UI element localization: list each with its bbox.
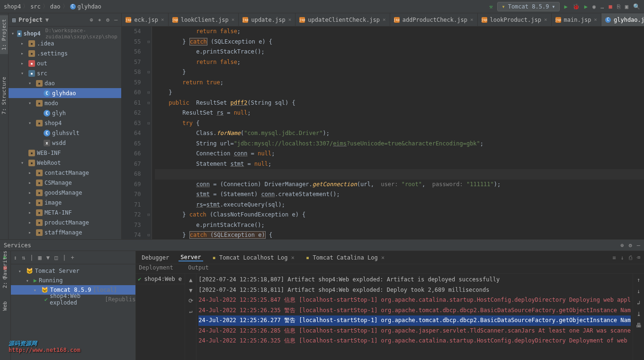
close-icon[interactable]: × <box>544 17 547 23</box>
tree-item[interactable]: Cgluhsvlt <box>9 128 121 138</box>
up-icon[interactable]: ↑ <box>637 277 640 283</box>
hammer-icon[interactable]: ⚒ <box>489 3 492 10</box>
service-tree-item[interactable]: 🐱 Tomcat Server <box>11 266 136 276</box>
run-config-select[interactable]: ▾Tomcat 8.5.9▾ <box>497 2 559 11</box>
profile-icon[interactable]: ◉ <box>592 3 596 10</box>
tree-item[interactable]: ▪goodsManage <box>9 188 121 198</box>
down-icon[interactable]: ▼ <box>189 287 192 294</box>
hide-icon[interactable]: — <box>114 17 117 23</box>
tree-item[interactable]: ▪dao <box>9 78 121 88</box>
tree-item[interactable]: Cglyh <box>9 108 121 118</box>
layout-icon[interactable]: ▣ <box>625 3 628 10</box>
editor-tab[interactable]: jsplookProduct.jsp× <box>478 13 552 27</box>
project-icon: ▤ <box>12 17 16 23</box>
debug-icon[interactable]: 🐞 <box>572 3 580 10</box>
editor-tab[interactable]: jspmain.jsp× <box>552 13 601 27</box>
services-panel: Services ⊕ ⚙ — ▶ ■ ⟳ ↕ ⇅ | ▦ ▼ ◫ | + 🐱 T… <box>0 239 644 360</box>
project-tool-tab[interactable]: 1: Project <box>0 15 8 54</box>
console-output[interactable]: [2022-07-24 12:25:18,807] Artifact shop4… <box>197 274 633 360</box>
tree-item[interactable]: ▪.idea <box>9 38 121 48</box>
editor-tab[interactable]: jspupdate.jsp× <box>239 13 295 27</box>
hide-icon[interactable]: — <box>637 242 640 249</box>
project-title: Project <box>18 17 43 23</box>
print-icon[interactable]: ⎙ <box>629 254 632 261</box>
code-editor[interactable]: ▲ 19 ▲ 2 ✔ 9 ^ ˅ 54555657585960616263646… <box>122 27 644 239</box>
git-icon[interactable]: ⎘ <box>617 3 620 10</box>
close-icon[interactable]: × <box>594 17 597 23</box>
gear-icon[interactable]: ⚙ <box>106 17 109 23</box>
tree-root[interactable]: ▪ shop4 D:\workspace-zuidaima\sxzp\sxzp\… <box>9 28 121 38</box>
close-icon[interactable]: × <box>470 17 474 23</box>
service-tab[interactable]: Debugger <box>140 254 171 261</box>
locate-icon[interactable]: ⊕ <box>90 17 93 23</box>
editor-tab[interactable]: jspupdateClientCheck.jsp× <box>295 13 390 27</box>
close-icon[interactable]: × <box>288 17 292 23</box>
service-tab[interactable]: Server <box>179 254 203 261</box>
editor-tab[interactable]: jspaddProductCheck.jsp× <box>390 13 478 27</box>
grid-icon[interactable]: ▦ <box>38 254 41 261</box>
services-title: Services <box>4 242 31 249</box>
tree-item[interactable]: ▪WEB-INF <box>9 148 121 158</box>
up-icon[interactable]: ▲ <box>189 277 192 283</box>
bookmark-icon[interactable]: ◫ <box>54 254 58 261</box>
scroll-icon[interactable]: ⤓ <box>636 311 641 317</box>
stop-icon[interactable]: ■ <box>609 3 612 10</box>
favorites-tool-tab[interactable]: 2: Favorites <box>1 249 9 290</box>
project-panel: ▤ Project ▼ ⊕ ✶ ⚙ — ▪ shop4 D:\workspace… <box>9 13 122 239</box>
deployment-header: Deployment <box>136 264 185 273</box>
attach-icon[interactable]: … <box>600 3 604 10</box>
toggle-soft-wrap-icon[interactable]: ≡ <box>612 254 616 261</box>
coverage-icon[interactable]: ▶ <box>584 3 588 10</box>
service-tab[interactable]: ▪ Tomcat Localhost Log × <box>211 254 296 261</box>
clear-icon[interactable]: ⌫ <box>637 254 640 261</box>
close-icon[interactable]: × <box>232 17 235 23</box>
breadcrumb[interactable]: shop4〉 src〉 dao〉 C glyhdao <box>4 2 101 10</box>
editor-tab[interactable]: jsplookClient.jsp× <box>169 13 239 27</box>
class-icon: C <box>70 4 76 9</box>
editor-tab[interactable]: jspeck.jsp× <box>122 13 168 27</box>
tree-item[interactable]: ▪WebRoot <box>9 158 121 168</box>
tree-item[interactable]: ▪out <box>9 58 121 68</box>
close-icon[interactable]: × <box>161 17 164 23</box>
tree-item[interactable]: ▪productManage <box>9 217 121 227</box>
service-tab[interactable]: ▪ Tomcat Catalina Log × <box>304 254 386 261</box>
editor-tabs[interactable]: jspeck.jsp×jsplookClient.jsp×jspupdate.j… <box>122 13 644 27</box>
refresh-icon[interactable]: ⟳ <box>188 297 193 304</box>
expand-icon[interactable]: ✶ <box>98 17 101 23</box>
close-icon[interactable]: × <box>383 17 386 23</box>
tree-item[interactable]: ▪src <box>9 68 121 78</box>
tree-expand-icon[interactable]: ↕ <box>14 254 17 261</box>
tree-item[interactable]: ▪modo <box>9 98 121 108</box>
web-tool-tab[interactable]: Web <box>1 299 9 313</box>
tree-item[interactable]: ▪shop4 <box>9 118 121 128</box>
tree-item[interactable]: ▪META-INF <box>9 207 121 217</box>
project-tree[interactable]: ▪ shop4 D:\workspace-zuidaima\sxzp\sxzp\… <box>9 27 121 239</box>
service-tree-item[interactable]: ▶ Running <box>11 276 136 285</box>
tree-item[interactable]: Cglyhdao <box>9 88 121 98</box>
print-icon[interactable]: 🖶 <box>636 322 642 329</box>
tree-collapse-icon[interactable]: ⇅ <box>22 254 25 261</box>
tree-item[interactable]: ▪image <box>9 198 121 207</box>
editor-tab[interactable]: Cglyhdao.java× <box>601 13 644 27</box>
deploy-item[interactable]: ✔shop4:Web e <box>136 274 185 284</box>
run-icon[interactable]: ▶ <box>564 3 568 10</box>
wrap-icon[interactable]: ↲ <box>637 299 640 306</box>
tree-item[interactable]: ▪contactManage <box>9 168 121 178</box>
tree-item[interactable]: ▪CSManage <box>9 178 121 188</box>
search-icon[interactable]: 🔍 <box>633 3 640 10</box>
filter-icon[interactable]: ▼ <box>46 254 50 261</box>
down-icon[interactable]: ↓ <box>637 288 640 295</box>
structure-tool-tab[interactable]: 7: Structure <box>0 73 8 118</box>
tree-item[interactable]: xwsdd <box>9 138 121 148</box>
tree-item[interactable]: ▪.settings <box>9 48 121 58</box>
navigation-bar: shop4〉 src〉 dao〉 C glyhdao ⚒ ▾Tomcat 8.5… <box>0 0 644 13</box>
gear-icon[interactable]: ⚙ <box>629 242 632 249</box>
add-icon[interactable]: + <box>71 254 74 261</box>
tree-item[interactable]: ▪staffManage <box>9 227 121 237</box>
locate-icon[interactable]: ⊕ <box>620 242 624 249</box>
service-tree-item[interactable]: ✔ shop4:Web exploded [Republis <box>11 295 136 304</box>
scroll-to-end-icon[interactable]: ↓ <box>621 254 624 261</box>
output-header: Output <box>185 264 208 273</box>
wrap-icon[interactable]: ↵ <box>189 308 192 315</box>
